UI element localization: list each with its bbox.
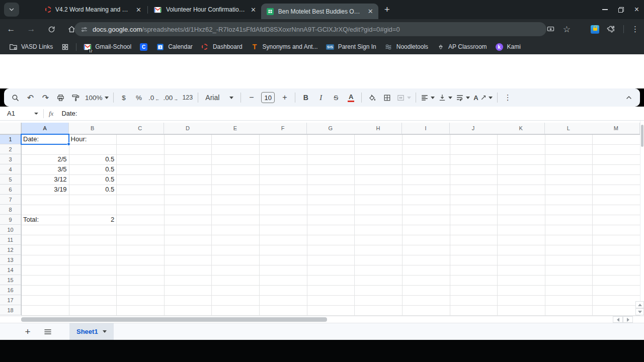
format-percent-button[interactable]: % (132, 90, 146, 105)
vertical-scrollbar[interactable] (640, 121, 644, 316)
reload-icon[interactable] (44, 22, 58, 36)
close-window-icon[interactable]: × (634, 6, 639, 14)
sheet-tab-sheet1[interactable]: Sheet1 (69, 323, 114, 340)
bookmark-star-icon[interactable]: ☆ (563, 24, 571, 35)
tab-close-icon[interactable]: ✕ (368, 8, 373, 15)
back-icon[interactable]: ← (4, 22, 18, 36)
collapse-menus-icon[interactable] (621, 90, 636, 105)
decrease-decimals-button[interactable]: .0← (147, 90, 162, 105)
column-header-E[interactable]: E (211, 123, 259, 134)
bookmark-vasd-links[interactable]: VASD Links (5, 41, 57, 53)
column-header-H[interactable]: H (354, 123, 402, 134)
row-header-8[interactable]: 8 (0, 205, 21, 215)
scroll-right-button[interactable] (623, 316, 633, 323)
toolbar-more-icon[interactable]: ⋮ (501, 90, 515, 105)
column-header-J[interactable]: J (450, 123, 498, 134)
text-wrap-button[interactable] (454, 90, 471, 105)
name-box[interactable]: A1 (0, 110, 38, 117)
column-header-A[interactable]: A (21, 123, 69, 134)
cell-B4[interactable]: 0.5 (69, 164, 117, 174)
row-header-3[interactable]: 3 (0, 154, 21, 164)
row-header-10[interactable]: 10 (0, 225, 21, 235)
password-extension-icon[interactable] (591, 25, 599, 34)
row-header-1[interactable]: 1 (0, 134, 21, 144)
row-header-2[interactable]: 2 (0, 144, 21, 154)
bookmark-ap-classroom[interactable]: AP Classroom (432, 41, 491, 53)
bold-button[interactable]: B (298, 90, 313, 105)
column-header-I[interactable]: I (402, 123, 450, 134)
increase-font-size-button[interactable]: + (277, 90, 292, 105)
tab-close-icon[interactable]: ✕ (251, 6, 256, 14)
row-header-9[interactable]: 9 (0, 215, 21, 225)
bookmark-gmail-school[interactable]: 12Gmail-School (79, 41, 135, 53)
site-settings-icon[interactable] (80, 26, 88, 33)
cell-B1[interactable]: Hour: (69, 134, 117, 144)
increase-decimals-button[interactable]: .00→ (162, 90, 180, 105)
spreadsheet-grid[interactable]: ABCDEFGHIJKLM123456789101112131415161718… (0, 121, 644, 323)
row-header-7[interactable]: 7 (0, 195, 21, 205)
search-icon[interactable] (8, 90, 23, 105)
send-to-devices-icon[interactable] (546, 25, 555, 34)
row-header-4[interactable]: 4 (0, 164, 21, 174)
minimize-icon[interactable] (602, 9, 608, 10)
forward-icon[interactable]: → (24, 22, 38, 36)
tab-word-meaning[interactable]: V4.2 Word Meaning and Usage ✕ (40, 0, 146, 19)
merge-cells-button[interactable] (395, 90, 413, 105)
column-header-L[interactable]: L (545, 123, 593, 134)
font-family-select[interactable]: Arial (201, 90, 237, 105)
add-sheet-icon[interactable]: + (20, 324, 35, 339)
column-header-K[interactable]: K (497, 123, 545, 134)
paint-format-button[interactable] (68, 90, 83, 105)
undo-button[interactable]: ↶ (23, 90, 38, 105)
horizontal-scrollbar-thumb[interactable] (21, 317, 327, 322)
column-header-C[interactable]: C (116, 123, 164, 134)
cell-A6[interactable]: 3/19 (21, 185, 69, 195)
row-header-6[interactable]: 6 (0, 185, 21, 195)
all-sheets-icon[interactable] (40, 324, 55, 339)
row-header-5[interactable]: 5 (0, 174, 21, 185)
horizontal-align-button[interactable] (419, 90, 436, 105)
tab-best-buddies-active[interactable]: Ben Motelet Best Buddies Ongo ✕ (261, 4, 378, 19)
bookmark-kami[interactable]: kKami (491, 41, 525, 53)
fill-handle[interactable] (67, 142, 70, 146)
cell-B6[interactable]: 0.5 (69, 185, 117, 195)
grid-corner[interactable] (0, 123, 21, 134)
vertical-align-button[interactable] (437, 90, 454, 105)
tab-volunteer-hour[interactable]: Volunteer Hour Confirmation - ✕ (149, 0, 261, 19)
scroll-left-button[interactable] (613, 316, 623, 323)
tab-search-button[interactable] (4, 3, 19, 17)
scroll-down-button[interactable] (635, 308, 644, 315)
fill-color-button[interactable] (365, 90, 379, 105)
cell-A5[interactable]: 3/12 (21, 174, 69, 185)
column-header-F[interactable]: F (259, 123, 307, 134)
font-size-input[interactable]: 10 (261, 92, 275, 103)
column-header-M[interactable]: M (592, 123, 640, 134)
text-rotation-button[interactable]: A (472, 90, 494, 105)
scroll-up-button[interactable] (635, 301, 644, 308)
sheet-menu-caret[interactable] (103, 330, 107, 333)
row-header-18[interactable]: 18 (0, 305, 21, 315)
strikethrough-button[interactable]: S (329, 90, 343, 105)
bookmark-synonyms-and-ant[interactable]: TSynonyms and Ant... (247, 41, 322, 53)
text-color-button[interactable]: A (344, 90, 358, 105)
more-formats-button[interactable]: 123 (180, 90, 195, 105)
formula-input[interactable]: Date: (61, 110, 77, 117)
zoom-select[interactable]: 100% (84, 90, 110, 105)
bookmark-clever[interactable]: C (135, 41, 152, 53)
row-header-11[interactable]: 11 (0, 235, 21, 245)
bookmark-noodletools[interactable]: Noodletools (380, 41, 432, 53)
extensions-puzzle-icon[interactable] (607, 25, 616, 34)
row-header-15[interactable]: 15 (0, 275, 21, 285)
bookmark-apps-grid[interactable] (57, 41, 73, 53)
format-currency-button[interactable]: $ (117, 90, 131, 105)
cell-A1[interactable]: Date: (21, 134, 69, 144)
redo-button[interactable]: ↷ (38, 90, 53, 105)
cell-B5[interactable]: 0.5 (69, 174, 117, 185)
row-header-13[interactable]: 13 (0, 255, 21, 265)
row-header-17[interactable]: 17 (0, 295, 21, 305)
borders-button[interactable] (380, 90, 394, 105)
restore-icon[interactable] (618, 7, 624, 13)
cell-A4[interactable]: 3/5 (21, 164, 69, 174)
print-button[interactable] (53, 90, 68, 105)
browser-menu-icon[interactable]: ⋮ (631, 25, 639, 34)
